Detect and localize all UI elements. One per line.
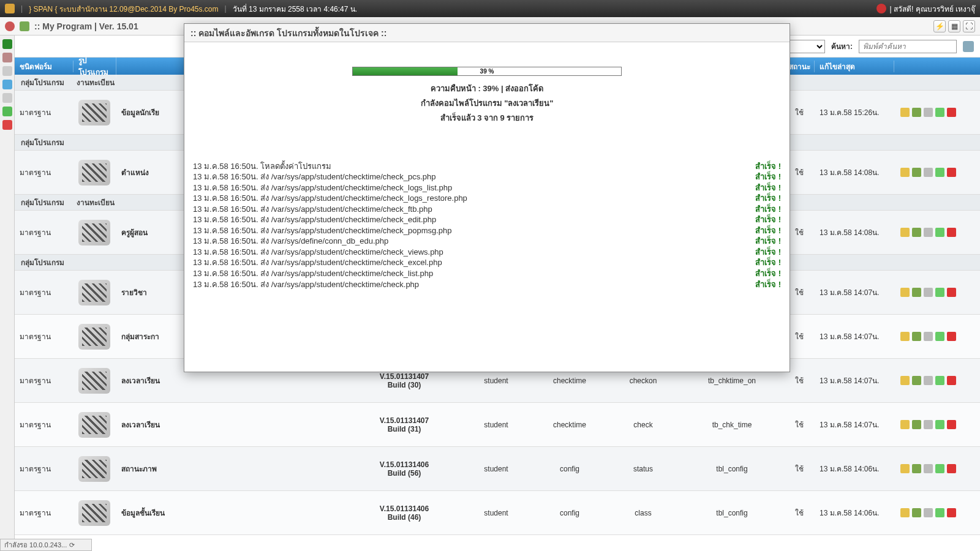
compile-log: 13 ม.ค.58 16:50น. โหลดตั้งค่าโปรแกรมสำเร… [189, 161, 785, 290]
action-palette-icon[interactable] [912, 376, 921, 385]
action-edit-icon[interactable] [935, 420, 944, 429]
cell-module2: config [533, 465, 606, 473]
action-delete-icon[interactable] [947, 464, 956, 473]
action-key-icon[interactable] [900, 168, 910, 177]
action-edit-icon[interactable] [935, 376, 944, 385]
expand-button[interactable]: ⛶ [963, 20, 975, 32]
action-edit-icon[interactable] [935, 168, 944, 177]
action-copy-icon[interactable] [924, 508, 933, 517]
action-copy-icon[interactable] [924, 420, 933, 429]
cell-date: 13 ม.ค.58 14:07น. [815, 287, 894, 298]
log-message: 13 ม.ค.58 16:50น. ส่ง /var/sys/define/co… [193, 236, 750, 247]
action-delete-icon[interactable] [947, 508, 956, 517]
cell-name: ลงเวลาเรียน [116, 419, 349, 430]
rail-icon-5[interactable] [2, 93, 12, 103]
cell-status: ใช้ [784, 463, 815, 474]
action-key-icon[interactable] [900, 288, 910, 297]
action-copy-icon[interactable] [924, 376, 933, 385]
action-delete-icon[interactable] [947, 288, 956, 297]
action-key-icon[interactable] [900, 332, 910, 341]
table-row[interactable]: มาตรฐานสถานะภาพV.15.01131406Build (56)st… [15, 447, 980, 491]
rail-icon-7[interactable] [2, 120, 12, 130]
cell-type: มาตรฐาน [15, 107, 74, 118]
cell-image [74, 280, 116, 305]
cell-status: ใช้ [784, 375, 815, 386]
log-status: สำเร็จ ! [755, 182, 781, 193]
action-key-icon[interactable] [900, 464, 910, 473]
action-delete-icon[interactable] [947, 420, 956, 429]
action-palette-icon[interactable] [912, 420, 921, 429]
rail-icon-2[interactable] [2, 53, 12, 62]
bolt-button[interactable]: ⚡ [933, 20, 946, 32]
alert-icon[interactable] [876, 4, 886, 13]
action-palette-icon[interactable] [912, 332, 921, 341]
log-message: 13 ม.ค.58 16:50น. ส่ง /var/sys/app/stude… [193, 247, 750, 258]
loading-icon: ⟳ [69, 541, 75, 549]
action-delete-icon[interactable] [947, 168, 956, 177]
rail-icon-4[interactable] [2, 80, 12, 89]
action-delete-icon[interactable] [947, 376, 956, 385]
action-key-icon[interactable] [900, 420, 910, 429]
action-copy-icon[interactable] [924, 288, 933, 297]
log-status: สำเร็จ ! [755, 171, 781, 182]
action-palette-icon[interactable] [912, 508, 921, 517]
group-label: กลุ่มโปรแกรม [21, 197, 64, 208]
action-key-icon[interactable] [900, 108, 910, 117]
cell-module1: student [459, 465, 533, 473]
cell-actions [894, 376, 962, 385]
rail-icon-3[interactable] [2, 66, 12, 76]
cell-actions [894, 168, 962, 177]
action-delete-icon[interactable] [947, 108, 956, 117]
action-edit-icon[interactable] [935, 508, 944, 517]
action-copy-icon[interactable] [924, 168, 933, 177]
cell-date: 13 ม.ค.58 14:07น. [815, 419, 894, 430]
cell-image [74, 412, 116, 438]
action-palette-icon[interactable] [912, 288, 921, 297]
col-date[interactable]: แก้ไขล่าสุด [815, 61, 894, 72]
action-delete-icon[interactable] [947, 228, 956, 237]
table-row[interactable]: มาตรฐานข้อมูลชั้นเรียนV.15.01131406Build… [15, 491, 980, 535]
action-copy-icon[interactable] [924, 464, 933, 473]
cell-table: tb_chktime_on [680, 377, 784, 385]
search-icon[interactable] [963, 41, 974, 52]
cell-date: 13 ม.ค.58 14:06น. [815, 507, 894, 519]
group-sub: งานทะเบียน [77, 197, 115, 208]
cell-module1: student [459, 421, 533, 429]
app-icon [5, 4, 15, 13]
search-input[interactable] [859, 40, 957, 53]
col-type[interactable]: ชนิดฟอร์ม [15, 61, 74, 72]
action-palette-icon[interactable] [912, 228, 921, 237]
action-key-icon[interactable] [900, 376, 910, 385]
action-edit-icon[interactable] [935, 108, 944, 117]
col-image[interactable]: รูปโปรแกรม [74, 54, 116, 78]
action-copy-icon[interactable] [924, 332, 933, 341]
action-edit-icon[interactable] [935, 288, 944, 297]
grid-button[interactable]: ▦ [948, 20, 960, 32]
action-key-icon[interactable] [900, 508, 910, 517]
action-palette-icon[interactable] [912, 168, 921, 177]
action-copy-icon[interactable] [924, 108, 933, 117]
bolt-icon: ⚡ [935, 22, 944, 31]
cell-name: สถานะภาพ [116, 463, 349, 474]
cell-module2: checktime [533, 421, 606, 429]
rail-icon-1[interactable] [2, 39, 12, 49]
cell-type: มาตรฐาน [15, 463, 74, 474]
rail-icon-6[interactable] [2, 107, 12, 116]
record-icon[interactable] [5, 21, 15, 31]
log-line: 13 ม.ค.58 16:50น. ส่ง /var/sys/app/stude… [193, 182, 781, 193]
action-delete-icon[interactable] [947, 332, 956, 341]
action-palette-icon[interactable] [912, 108, 921, 117]
action-palette-icon[interactable] [912, 464, 921, 473]
log-message: 13 ม.ค.58 16:50น. ส่ง /var/sys/app/stude… [193, 279, 750, 290]
action-edit-icon[interactable] [935, 228, 944, 237]
action-key-icon[interactable] [900, 228, 910, 237]
spring-icon [78, 500, 110, 526]
cell-version: V.15.01131407Build (30) [349, 372, 459, 389]
table-row[interactable]: มาตรฐานลงเวลาเรียนV.15.01131407Build (31… [15, 403, 980, 447]
action-edit-icon[interactable] [935, 332, 944, 341]
action-edit-icon[interactable] [935, 464, 944, 473]
progress-status-2: กำลังคอมไพล์โปรแกรม "ลงเวลาเรียน" [189, 98, 785, 109]
statusbar-text: กำลังรอ 10.0.0.243... [4, 539, 67, 550]
edit-icon[interactable] [20, 21, 29, 31]
action-copy-icon[interactable] [924, 228, 933, 237]
